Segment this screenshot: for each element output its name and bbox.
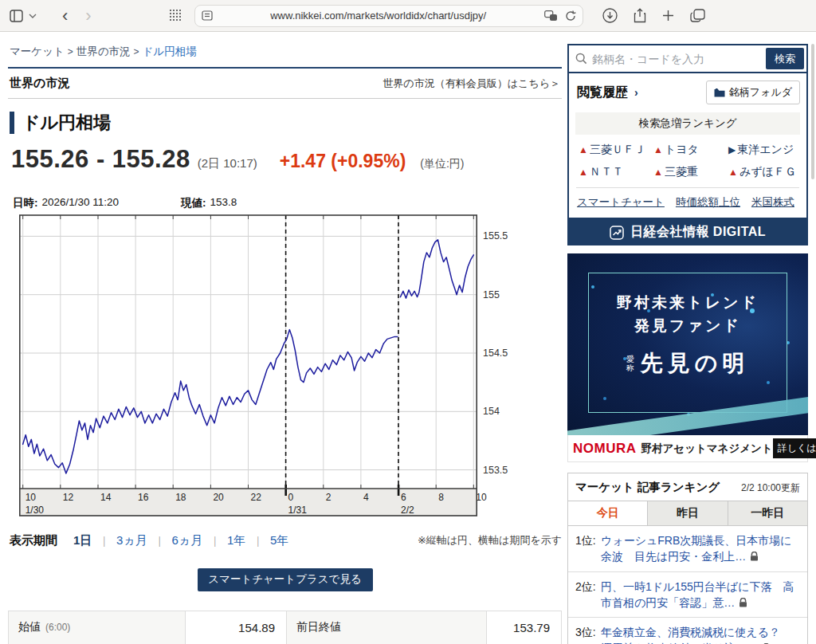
breadcrumb: マーケット>世界の市況>ドル円相場	[8, 38, 562, 67]
svg-text:155: 155	[483, 289, 500, 300]
smart-chart-plus-button[interactable]: スマートチャートプラスで見る	[198, 568, 373, 591]
rank-number: 3位:	[575, 624, 601, 644]
nikkei-company-info-digital-banner[interactable]: 日経会社情報 DIGITAL	[567, 219, 808, 245]
ranking-article-1[interactable]: 1位:ウォーシュFRB次期議長、日本市場に余波 目先は円安・金利上…	[568, 526, 807, 572]
price-change: +1.47 (+0.95%)	[280, 151, 406, 172]
period-selector: 表示期間 1日｜3ヵ月｜6ヵ月｜1年｜5年 ※縦軸は円、横軸は期間を示す	[10, 533, 562, 548]
chart-svg[interactable]: 155.5155154.5154153.5101/301214161820220…	[19, 214, 529, 519]
chart-crosshair-readout: 日時: 2026/1/30 11:20 現値: 153.8	[13, 196, 562, 210]
trending-stock-link[interactable]: ▲三菱ＵＦＪ	[579, 143, 652, 157]
trending-stock-link[interactable]: ▲ＮＴＴ	[579, 165, 652, 179]
folder-icon	[714, 88, 725, 97]
datetime-value: 2026/1/30 11:20	[42, 196, 120, 210]
main-content: マーケット>世界の市況>ドル円相場 世界の市況 世界の市況（有料会員版）はこちら…	[8, 38, 562, 644]
svg-text:4: 4	[363, 492, 369, 503]
period-separator: ｜	[99, 535, 109, 547]
chevron-down-icon[interactable]	[29, 14, 37, 18]
usdjpy-intraday-chart[interactable]: 155.5155154.5154153.5101/301214161820220…	[19, 214, 562, 522]
ad-footer: NOMURA 野村アセットマネジメント 詳しくはこちら▶	[567, 435, 808, 462]
reload-icon[interactable]	[565, 10, 576, 22]
trending-stock-link[interactable]: ▲みずほＦＧ	[728, 165, 798, 179]
downloads-icon[interactable]	[602, 8, 618, 23]
period-option-1[interactable]: 1日	[73, 533, 92, 547]
apps-grid-icon[interactable]	[170, 10, 182, 22]
ranking-tab-2[interactable]: 昨日	[647, 501, 727, 525]
ad-alias-label: 愛称	[626, 355, 634, 373]
rank-number: 2位:	[575, 579, 601, 611]
trending-stock-link[interactable]: ▶東洋エンジ	[728, 143, 798, 157]
ranking-article-2[interactable]: 2位:円、一時1ドル155円台半ばに下落 高市首相の円安「容認」意…	[568, 572, 807, 618]
svg-text:1/30: 1/30	[26, 505, 45, 516]
premium-version-link[interactable]: 世界の市況（有料会員版）はこちら＞	[382, 77, 560, 91]
nomura-logo: NOMURA	[573, 441, 637, 457]
svg-text:22: 22	[251, 492, 262, 503]
share-icon[interactable]	[634, 8, 646, 23]
browsing-history-link[interactable]: 閲覧履歴	[577, 84, 628, 101]
url-text[interactable]: www.nikkei.com/markets/worldidx/chart/us…	[213, 10, 544, 22]
ranking-tab-3[interactable]: 一昨日	[728, 501, 807, 525]
article-title-link[interactable]: 円、一時1ドル155円台半ばに下落 高市首相の円安「容認」意…	[601, 579, 800, 611]
period-option-4[interactable]: 1年	[227, 533, 245, 547]
up-triangle-icon: ▲	[728, 167, 738, 178]
stock-folder-button[interactable]: 銘柄フォルダ	[706, 80, 800, 104]
quick-link-3[interactable]: 米国株式	[751, 195, 794, 210]
svg-text:10: 10	[26, 492, 37, 503]
trending-stock-link[interactable]: ▲トヨタ	[653, 143, 727, 157]
back-button[interactable]: ‹	[57, 7, 73, 25]
translate-icon[interactable]	[544, 10, 558, 22]
period-option-5[interactable]: 5年	[270, 533, 288, 547]
svg-text:154.5: 154.5	[483, 348, 508, 359]
datetime-label: 日時:	[13, 196, 38, 210]
stock-name: ＮＴＴ	[590, 165, 623, 178]
stock-name: トヨタ	[665, 143, 699, 155]
breadcrumb-item[interactable]: ドル円相場	[143, 45, 197, 57]
article-title-link[interactable]: ウォーシュFRB次期議長、日本市場に余波 目先は円安・金利上…	[601, 532, 800, 565]
up-triangle-icon: ▲	[579, 144, 588, 155]
digital-banner-label: 日経会社情報 DIGITAL	[630, 224, 766, 241]
stat-label: 前日終値	[287, 611, 487, 644]
trend-ranking-stocks: ▲三菱ＵＦＪ▲トヨタ▶東洋エンジ▲ＮＴＴ▲三菱重▲みずほＦＧ	[569, 135, 806, 187]
nomura-ad-banner[interactable]: 野村未来トレンド 発見ファンド 愛称 先見の明 NOMURA 野村アセットマネジ…	[567, 253, 808, 462]
reader-mode-icon[interactable]	[202, 10, 213, 21]
current-price-value: 153.8	[210, 196, 237, 210]
period-option-2[interactable]: 3ヵ月	[116, 533, 147, 547]
ad-fund-nickname: 先見の明	[641, 348, 750, 379]
trending-stock-link[interactable]: ▲三菱重	[653, 165, 727, 179]
price-unit: (単位:円)	[420, 157, 464, 171]
quick-links-row: スマートチャート時価総額上位米国株式	[576, 187, 799, 218]
forward-button[interactable]: ›	[80, 7, 96, 25]
svg-text:1/31: 1/31	[288, 505, 308, 516]
ranking-tab-1[interactable]: 今日	[568, 501, 647, 525]
article-title-link[interactable]: 年金積立金、消費税減税に使える？ 運用益も将来給付に織り込み…	[601, 624, 800, 644]
tab-overview-icon[interactable]	[690, 9, 705, 22]
lock-icon	[750, 552, 759, 561]
svg-text:8: 8	[438, 492, 444, 503]
ad-company-name: 野村アセットマネジメント	[641, 442, 773, 456]
period-option-3[interactable]: 6ヵ月	[172, 533, 203, 547]
table-row: 始値(6:00)154.89前日終値153.79	[9, 611, 561, 644]
sidebar-toggle-icon[interactable]	[10, 10, 26, 22]
ranking-article-3[interactable]: 3位:年金積立金、消費税減税に使える？ 運用益も将来給付に織り込み…	[568, 618, 807, 644]
period-separator: ｜	[155, 535, 165, 547]
stat-value: 153.79	[487, 611, 561, 644]
quick-link-1[interactable]: スマートチャート	[577, 195, 665, 210]
breadcrumb-item[interactable]: マーケット	[10, 45, 65, 57]
article-ranking-widget: マーケット 記事ランキング 2/2 10:00更新 今日昨日一昨日 1位:ウォー…	[567, 473, 808, 644]
article-ranking-header: マーケット 記事ランキング 2/2 10:00更新	[568, 473, 807, 501]
address-bar[interactable]: www.nikkei.com/markets/worldidx/chart/us…	[194, 5, 583, 27]
current-price-label: 現値:	[181, 196, 206, 210]
article-ranking-title: マーケット 記事ランキング	[575, 480, 720, 495]
quick-link-2[interactable]: 時価総額上位	[676, 195, 740, 210]
search-submit-button[interactable]: 検索	[766, 48, 804, 69]
svg-text:2/2: 2/2	[401, 505, 414, 516]
svg-text:2: 2	[326, 492, 332, 503]
article-ranking-tabs: 今日昨日一昨日	[568, 501, 807, 526]
svg-text:154: 154	[483, 406, 500, 417]
ad-cta-button[interactable]: 詳しくはこちら▶	[773, 438, 816, 458]
scrollbar[interactable]	[811, 44, 814, 179]
chevron-right-icon: ›	[634, 86, 638, 99]
new-tab-icon[interactable]	[662, 10, 674, 22]
stat-label-time: (6:00)	[45, 622, 70, 633]
breadcrumb-item[interactable]: 世界の市況	[76, 45, 131, 57]
svg-text:6: 6	[401, 492, 406, 503]
